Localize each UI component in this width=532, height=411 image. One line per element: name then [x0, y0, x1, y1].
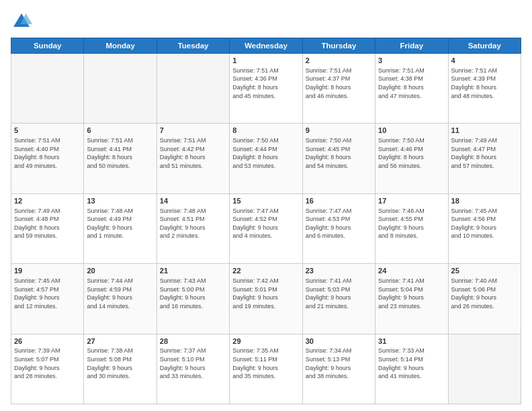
- day-number: 31: [378, 336, 445, 347]
- day-info: Sunrise: 7:51 AM Sunset: 4:39 PM Dayligh…: [451, 66, 518, 100]
- day-info: Sunrise: 7:50 AM Sunset: 4:44 PM Dayligh…: [232, 136, 299, 170]
- day-number: 26: [14, 336, 81, 347]
- calendar-cell: [448, 334, 521, 404]
- day-info: Sunrise: 7:51 AM Sunset: 4:42 PM Dayligh…: [160, 136, 226, 170]
- weekday-monday: Monday: [84, 38, 157, 54]
- day-number: 11: [451, 126, 518, 136]
- week-row-0: 1Sunrise: 7:51 AM Sunset: 4:36 PM Daylig…: [11, 54, 521, 124]
- calendar-cell: 25Sunrise: 7:40 AM Sunset: 5:06 PM Dayli…: [448, 264, 521, 334]
- day-info: Sunrise: 7:41 AM Sunset: 5:04 PM Dayligh…: [378, 277, 445, 310]
- day-number: 5: [14, 126, 81, 136]
- day-number: 7: [160, 126, 226, 136]
- day-info: Sunrise: 7:45 AM Sunset: 4:57 PM Dayligh…: [14, 277, 81, 310]
- day-info: Sunrise: 7:33 AM Sunset: 5:14 PM Dayligh…: [378, 347, 445, 380]
- day-info: Sunrise: 7:51 AM Sunset: 4:36 PM Dayligh…: [232, 66, 299, 100]
- logo: [11, 11, 35, 32]
- logo-icon: [11, 11, 32, 32]
- day-info: Sunrise: 7:50 AM Sunset: 4:46 PM Dayligh…: [378, 136, 445, 170]
- day-info: Sunrise: 7:49 AM Sunset: 4:47 PM Dayligh…: [451, 136, 518, 170]
- day-info: Sunrise: 7:51 AM Sunset: 4:38 PM Dayligh…: [378, 66, 445, 100]
- calendar-cell: 11Sunrise: 7:49 AM Sunset: 4:47 PM Dayli…: [448, 124, 521, 193]
- day-info: Sunrise: 7:45 AM Sunset: 4:56 PM Dayligh…: [451, 207, 518, 240]
- day-info: Sunrise: 7:42 AM Sunset: 5:01 PM Dayligh…: [232, 277, 299, 310]
- weekday-tuesday: Tuesday: [157, 38, 229, 54]
- calendar-cell: 3Sunrise: 7:51 AM Sunset: 4:38 PM Daylig…: [375, 54, 448, 124]
- day-number: 17: [378, 196, 445, 206]
- day-number: 20: [87, 266, 153, 276]
- calendar-cell: 2Sunrise: 7:51 AM Sunset: 4:37 PM Daylig…: [302, 54, 375, 124]
- calendar-cell: 5Sunrise: 7:51 AM Sunset: 4:40 PM Daylig…: [11, 124, 84, 193]
- day-info: Sunrise: 7:41 AM Sunset: 5:03 PM Dayligh…: [306, 277, 372, 310]
- day-info: Sunrise: 7:50 AM Sunset: 4:45 PM Dayligh…: [306, 136, 372, 170]
- calendar-cell: 4Sunrise: 7:51 AM Sunset: 4:39 PM Daylig…: [448, 54, 521, 124]
- weekday-wednesday: Wednesday: [230, 38, 302, 54]
- calendar-cell: 6Sunrise: 7:51 AM Sunset: 4:41 PM Daylig…: [84, 124, 157, 193]
- day-number: 9: [306, 126, 372, 136]
- day-number: 6: [87, 126, 153, 136]
- calendar-cell: 8Sunrise: 7:50 AM Sunset: 4:44 PM Daylig…: [230, 124, 302, 193]
- calendar-cell: 17Sunrise: 7:46 AM Sunset: 4:55 PM Dayli…: [375, 193, 448, 263]
- day-info: Sunrise: 7:34 AM Sunset: 5:13 PM Dayligh…: [306, 347, 372, 380]
- calendar-cell: 7Sunrise: 7:51 AM Sunset: 4:42 PM Daylig…: [157, 124, 229, 193]
- day-info: Sunrise: 7:43 AM Sunset: 5:00 PM Dayligh…: [160, 277, 226, 310]
- day-number: 12: [14, 196, 81, 206]
- day-number: 2: [306, 56, 372, 66]
- day-number: 22: [232, 266, 299, 276]
- page: SundayMondayTuesdayWednesdayThursdayFrid…: [0, 0, 532, 411]
- calendar-cell: 29Sunrise: 7:35 AM Sunset: 5:11 PM Dayli…: [230, 334, 302, 404]
- calendar-cell: 22Sunrise: 7:42 AM Sunset: 5:01 PM Dayli…: [230, 264, 302, 334]
- day-info: Sunrise: 7:39 AM Sunset: 5:07 PM Dayligh…: [14, 347, 81, 380]
- day-info: Sunrise: 7:35 AM Sunset: 5:11 PM Dayligh…: [232, 347, 299, 380]
- calendar-cell: [11, 54, 84, 124]
- day-info: Sunrise: 7:46 AM Sunset: 4:55 PM Dayligh…: [378, 207, 445, 240]
- day-number: 1: [232, 56, 299, 66]
- calendar-cell: 24Sunrise: 7:41 AM Sunset: 5:04 PM Dayli…: [375, 264, 448, 334]
- day-info: Sunrise: 7:49 AM Sunset: 4:48 PM Dayligh…: [14, 207, 81, 240]
- week-row-4: 26Sunrise: 7:39 AM Sunset: 5:07 PM Dayli…: [11, 334, 521, 404]
- day-number: 27: [87, 336, 153, 347]
- day-info: Sunrise: 7:51 AM Sunset: 4:41 PM Dayligh…: [87, 136, 153, 170]
- day-number: 30: [306, 336, 372, 347]
- calendar-cell: 14Sunrise: 7:48 AM Sunset: 4:51 PM Dayli…: [157, 193, 229, 263]
- weekday-sunday: Sunday: [11, 38, 84, 54]
- day-info: Sunrise: 7:44 AM Sunset: 4:59 PM Dayligh…: [87, 277, 153, 310]
- day-number: 28: [160, 336, 226, 347]
- weekday-friday: Friday: [375, 38, 448, 54]
- calendar-cell: 12Sunrise: 7:49 AM Sunset: 4:48 PM Dayli…: [11, 193, 84, 263]
- calendar-cell: 18Sunrise: 7:45 AM Sunset: 4:56 PM Dayli…: [448, 193, 521, 263]
- calendar-cell: 16Sunrise: 7:47 AM Sunset: 4:53 PM Dayli…: [302, 193, 375, 263]
- calendar-cell: 1Sunrise: 7:51 AM Sunset: 4:36 PM Daylig…: [230, 54, 302, 124]
- week-row-3: 19Sunrise: 7:45 AM Sunset: 4:57 PM Dayli…: [11, 264, 521, 334]
- day-number: 29: [232, 336, 299, 347]
- calendar-cell: 31Sunrise: 7:33 AM Sunset: 5:14 PM Dayli…: [375, 334, 448, 404]
- day-number: 10: [378, 126, 445, 136]
- header: [11, 11, 521, 32]
- day-number: 16: [306, 196, 372, 206]
- day-info: Sunrise: 7:47 AM Sunset: 4:52 PM Dayligh…: [232, 207, 299, 240]
- calendar-cell: 21Sunrise: 7:43 AM Sunset: 5:00 PM Dayli…: [157, 264, 229, 334]
- day-number: 25: [451, 266, 518, 276]
- calendar-cell: [157, 54, 229, 124]
- day-info: Sunrise: 7:37 AM Sunset: 5:10 PM Dayligh…: [160, 347, 226, 380]
- day-number: 18: [451, 196, 518, 206]
- week-row-2: 12Sunrise: 7:49 AM Sunset: 4:48 PM Dayli…: [11, 193, 521, 263]
- day-number: 15: [232, 196, 299, 206]
- day-number: 13: [87, 196, 153, 206]
- day-number: 3: [378, 56, 445, 66]
- calendar-cell: 23Sunrise: 7:41 AM Sunset: 5:03 PM Dayli…: [302, 264, 375, 334]
- day-info: Sunrise: 7:48 AM Sunset: 4:49 PM Dayligh…: [87, 207, 153, 240]
- calendar-cell: 10Sunrise: 7:50 AM Sunset: 4:46 PM Dayli…: [375, 124, 448, 193]
- calendar-cell: [84, 54, 157, 124]
- calendar-table: SundayMondayTuesdayWednesdayThursdayFrid…: [11, 38, 521, 404]
- day-info: Sunrise: 7:51 AM Sunset: 4:40 PM Dayligh…: [14, 136, 81, 170]
- weekday-saturday: Saturday: [448, 38, 521, 54]
- calendar-cell: 19Sunrise: 7:45 AM Sunset: 4:57 PM Dayli…: [11, 264, 84, 334]
- weekday-header-row: SundayMondayTuesdayWednesdayThursdayFrid…: [11, 38, 521, 54]
- day-info: Sunrise: 7:38 AM Sunset: 5:08 PM Dayligh…: [87, 347, 153, 380]
- calendar-cell: 30Sunrise: 7:34 AM Sunset: 5:13 PM Dayli…: [302, 334, 375, 404]
- calendar-cell: 20Sunrise: 7:44 AM Sunset: 4:59 PM Dayli…: [84, 264, 157, 334]
- calendar-cell: 9Sunrise: 7:50 AM Sunset: 4:45 PM Daylig…: [302, 124, 375, 193]
- week-row-1: 5Sunrise: 7:51 AM Sunset: 4:40 PM Daylig…: [11, 124, 521, 193]
- day-number: 21: [160, 266, 226, 276]
- day-number: 19: [14, 266, 81, 276]
